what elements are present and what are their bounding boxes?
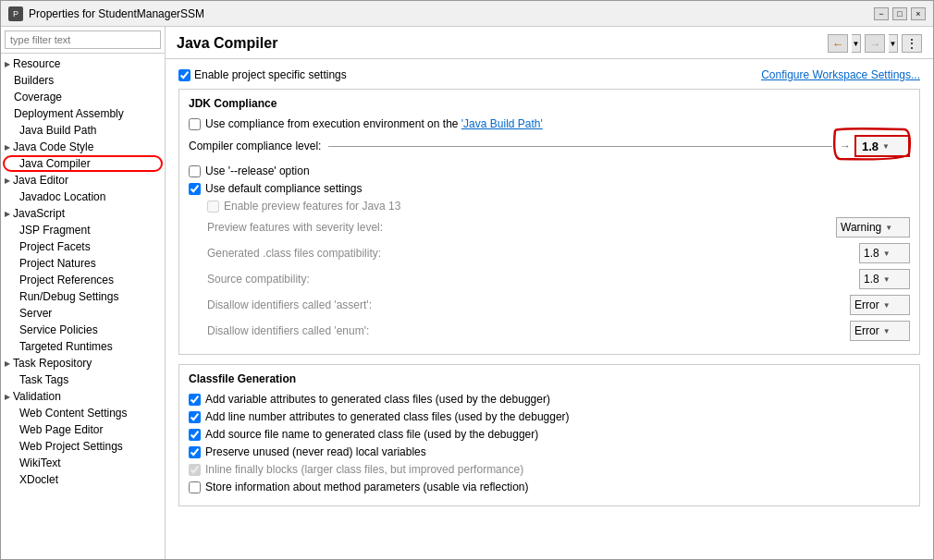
compliance-arrow: → [840,140,851,152]
sidebar-item-label: Deployment Assembly [14,107,124,120]
preserve-unused-checkbox[interactable] [189,446,201,458]
sidebar-item-label: Targeted Runtimes [19,340,113,353]
source-compat-dropdown[interactable]: 1.8 ▼ [859,269,910,289]
window-title: Properties for StudentManagerSSM [29,7,204,20]
dropdown-arrow: ▼ [883,275,891,284]
sidebar-item-jsp-fragment[interactable]: JSP Fragment [1,222,165,238]
sidebar-item-label: Server [19,307,52,320]
sidebar-item-label: Resource [13,57,60,70]
sidebar: ▶ Resource Builders Coverage Deployment … [1,27,166,559]
sidebar-item-javadoc-location[interactable]: Javadoc Location [1,189,165,205]
panel-title: Java Compiler [177,35,277,52]
java-build-path-link[interactable]: 'Java Build Path' [461,117,543,130]
sidebar-item-server[interactable]: Server [1,305,165,322]
sidebar-item-label: Coverage [14,91,62,103]
add-line-number-checkbox[interactable] [189,411,201,423]
sidebar-item-java-build-path[interactable]: Java Build Path [1,122,165,139]
add-variable-row: Add variable attributes to generated cla… [189,393,910,406]
preview-severity-row: Preview features with severity level: Wa… [189,217,910,237]
add-source-checkbox[interactable] [189,429,201,441]
sidebar-item-coverage[interactable]: Coverage [1,89,165,105]
forward-button[interactable]: → [865,34,885,53]
generated-compat-control: 1.8 ▼ [859,243,910,263]
sidebar-item-java-code-style[interactable]: ▶ Java Code Style [1,139,165,155]
sidebar-item-resource[interactable]: ▶ Resource [1,55,165,72]
sidebar-item-project-facets[interactable]: Project Facets [1,238,165,255]
sidebar-item-task-repository[interactable]: ▶ Task Repository [1,355,165,371]
sidebar-item-javascript[interactable]: ▶ JavaScript [1,205,165,222]
menu-button[interactable]: ⋮ [902,34,922,53]
preserve-unused-row: Preserve unused (never read) local varia… [189,445,910,458]
compliance-version-dropdown[interactable]: 1.8 ▼ [854,135,910,157]
dropdown-arrow: ▼ [883,250,891,258]
sidebar-item-xdoclet[interactable]: XDoclet [1,471,165,488]
sidebar-item-run-debug[interactable]: Run/Debug Settings [1,288,165,305]
sidebar-item-label: Run/Debug Settings [19,290,118,303]
disallow-assert-row: Disallow identifiers called 'assert': Er… [189,295,910,315]
jdk-compliance-section: JDK Compliance Use compliance from execu… [178,89,920,355]
sidebar-item-label: JSP Fragment [19,224,90,237]
minimize-button[interactable]: − [874,7,889,20]
preview-severity-control: Warning ▼ [836,217,910,237]
sidebar-item-task-tags[interactable]: Task Tags [1,371,165,388]
sidebar-item-label: Web Content Settings [19,407,128,420]
sidebar-item-project-references[interactable]: Project References [1,272,165,288]
store-method-params-checkbox[interactable] [189,481,201,493]
configure-link[interactable]: Configure Workspace Settings... [761,68,920,81]
use-release-checkbox[interactable] [189,165,201,177]
search-box [1,27,165,54]
panel-toolbar: ← ▼ → ▼ ⋮ [828,34,922,53]
add-variable-checkbox[interactable] [189,394,201,406]
generated-compat-row: Generated .class files compatibility: 1.… [189,243,910,263]
dropdown-arrow: ▼ [883,327,891,335]
title-controls: − □ × [874,7,926,20]
add-line-number-label: Add line number attributes to generated … [205,410,570,423]
enable-checkbox[interactable] [178,69,190,81]
use-default-label: Use default compliance settings [205,182,362,195]
sidebar-item-targeted-runtimes[interactable]: Targeted Runtimes [1,338,165,355]
disallow-enum-dropdown[interactable]: Error ▼ [850,321,910,341]
search-input[interactable] [5,30,161,49]
sidebar-item-label: Project References [19,274,114,286]
classfile-section: Classfile Generation Add variable attrib… [178,364,920,506]
enable-preview-checkbox[interactable] [207,201,219,213]
forward-dropdown[interactable]: ▼ [889,34,898,53]
compliance-level-label: Compiler compliance level: [189,140,321,152]
preview-severity-dropdown[interactable]: Warning ▼ [836,217,910,237]
sidebar-item-label: Builders [14,74,54,87]
disallow-assert-dropdown[interactable]: Error ▼ [850,295,910,315]
sidebar-item-label: Project Natures [19,257,96,270]
sidebar-item-web-content-settings[interactable]: Web Content Settings [1,405,165,421]
sidebar-item-builders[interactable]: Builders [1,72,165,89]
maximize-button[interactable]: □ [892,7,907,20]
enable-preview-row: Enable preview features for Java 13 [189,200,910,213]
back-button[interactable]: ← [828,34,848,53]
inline-finally-row: Inline finally blocks (larger class file… [189,463,910,476]
sidebar-item-label: XDoclet [19,473,58,486]
sidebar-item-service-policies[interactable]: Service Policies [1,322,165,338]
source-compat-value: 1.8 [864,273,879,286]
generated-compat-dropdown[interactable]: 1.8 ▼ [859,243,910,263]
sidebar-item-deployment-assembly[interactable]: Deployment Assembly [1,105,165,122]
dropdown-arrow: ▼ [882,142,890,151]
add-source-row: Add source file name to generated class … [189,428,910,441]
sidebar-item-label: WikiText [19,457,61,469]
sidebar-item-java-compiler[interactable]: Java Compiler [1,155,165,172]
preview-severity-value: Warning [841,221,881,234]
sidebar-item-project-natures[interactable]: Project Natures [1,255,165,272]
back-dropdown[interactable]: ▼ [852,34,861,53]
inline-finally-checkbox[interactable] [189,464,201,476]
use-compliance-checkbox[interactable] [189,118,201,130]
classfile-section-title: Classfile Generation [189,372,910,385]
use-release-label: Use '--release' option [205,164,310,177]
use-default-checkbox[interactable] [189,183,201,195]
content-area: ▶ Resource Builders Coverage Deployment … [1,27,933,559]
close-button[interactable]: × [911,7,926,20]
generated-compat-label: Generated .class files compatibility: [207,247,859,260]
sidebar-item-label: Validation [13,390,61,403]
sidebar-item-wikitext[interactable]: WikiText [1,455,165,471]
sidebar-item-java-editor[interactable]: ▶ Java Editor [1,172,165,189]
sidebar-item-web-page-editor[interactable]: Web Page Editor [1,421,165,438]
sidebar-item-web-project-settings[interactable]: Web Project Settings [1,438,165,455]
sidebar-item-validation[interactable]: ▶ Validation [1,388,165,405]
